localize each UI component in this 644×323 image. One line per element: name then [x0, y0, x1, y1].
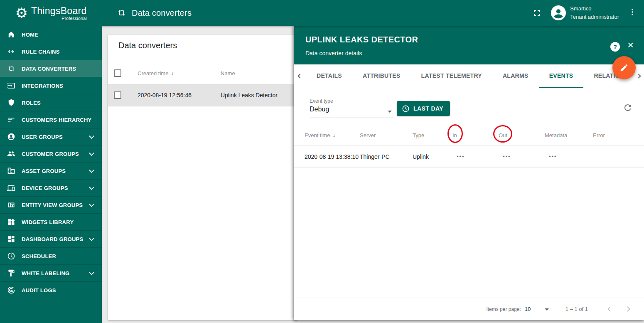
- time-window-button[interactable]: LAST DAY: [397, 101, 450, 116]
- sidebar-item-audit-logs[interactable]: AUDIT LOGS: [0, 281, 102, 298]
- sidebar-item-asset-groups[interactable]: ASSET GROUPS: [0, 162, 102, 179]
- column-label: Created time: [138, 70, 168, 76]
- sidebar-item-scheduler[interactable]: SCHEDULER: [0, 247, 102, 264]
- cell-event-time: 2020-08-19 13:38:10: [305, 153, 360, 160]
- sidebar-item-integrations[interactable]: INTEGRATIONS: [0, 77, 102, 94]
- sort-desc-icon: ↓: [332, 132, 335, 138]
- sidebar-item-label: INTEGRATIONS: [22, 83, 96, 89]
- chevron-down-icon: [89, 133, 94, 139]
- column-header-event-time[interactable]: Event time ↓: [305, 132, 360, 138]
- event-type-value: Debug: [310, 106, 329, 113]
- column-label: Event time: [305, 132, 330, 138]
- refresh-icon[interactable]: [623, 103, 633, 113]
- chevron-right-icon: [636, 74, 641, 78]
- tab-latest-telemetry[interactable]: LATEST TELEMETRY: [411, 64, 492, 88]
- data-converters-icon: [116, 8, 126, 18]
- divider: [108, 297, 297, 297]
- column-header-type: Type: [413, 132, 452, 138]
- event-type-select[interactable]: Debug: [310, 106, 393, 118]
- sidebar-item-label: AUDIT LOGS: [22, 287, 96, 293]
- more-vertical-icon[interactable]: [628, 7, 637, 18]
- previous-page-button[interactable]: [604, 303, 616, 316]
- sidebar-item-label: ROLES: [22, 100, 96, 106]
- items-per-page-label: Items per page:: [486, 306, 521, 312]
- sidebar-item-label: CUSTOMERS HIERARCHY: [22, 117, 96, 123]
- tab-label: ALARMS: [503, 72, 528, 79]
- close-icon[interactable]: ×: [627, 39, 634, 50]
- clock-icon: [402, 105, 410, 113]
- sidebar-item-label: SCHEDULER: [22, 253, 96, 259]
- sidebar-item-dashboard-groups[interactable]: DASHBOARD GROUPS: [0, 230, 102, 247]
- chevron-right-icon: [625, 306, 630, 312]
- items-per-page-value: 10: [525, 306, 531, 312]
- sidebar-item-widgets-library[interactable]: WIDGETS LIBRARY: [0, 213, 102, 230]
- data-converters-icon: [7, 64, 15, 73]
- entity-view-groups-icon: [7, 201, 15, 209]
- roles-icon: [7, 99, 15, 107]
- red-circle-annotation-in: [447, 124, 463, 143]
- fullscreen-icon[interactable]: [532, 8, 542, 18]
- tabs-scroll-left-button[interactable]: [294, 64, 306, 88]
- sidebar-item-roles[interactable]: ROLES: [0, 94, 102, 111]
- sidebar-item-user-groups[interactable]: USER GROUPS: [0, 128, 102, 145]
- sidebar-item-rule-chains[interactable]: RULE CHAINS: [0, 43, 102, 60]
- sidebar-item-data-converters[interactable]: DATA CONVERTERS: [0, 60, 102, 77]
- chevron-down-icon: [89, 270, 94, 275]
- data-converters-card: Data converters Created time ↓ Name 2020…: [108, 35, 297, 320]
- sidebar-item-label: DATA CONVERTERS: [22, 66, 96, 72]
- chevron-left-icon: [607, 306, 613, 312]
- sidebar: ⚙ ThingsBoard Professional HOME RULE CHA…: [0, 0, 102, 323]
- avatar[interactable]: [551, 5, 566, 20]
- cell-type: Uplink: [413, 153, 452, 160]
- dropdown-arrow-icon: [545, 308, 549, 311]
- edit-button[interactable]: [612, 56, 636, 79]
- sidebar-item-label: WIDGETS LIBRARY: [22, 219, 96, 225]
- page-title: Data converters: [132, 8, 192, 18]
- details-header: UPLINK LEAKS DETECTOR Data converter det…: [294, 26, 644, 64]
- top-toolbar: Data converters Smartico Tenant administ…: [102, 0, 644, 26]
- user-menu[interactable]: Smartico Tenant administrator: [570, 5, 619, 21]
- column-header-error: Error: [593, 132, 644, 138]
- cell-in-content-button[interactable]: •••: [452, 153, 499, 160]
- asset-groups-icon: [7, 167, 15, 175]
- tab-attributes[interactable]: ATTRIBUTES: [352, 64, 411, 88]
- chevron-down-icon: [89, 202, 94, 207]
- sidebar-item-customer-groups[interactable]: CUSTOMER GROUPS: [0, 145, 102, 162]
- sidebar-item-entity-view-groups[interactable]: ENTITY VIEW GROUPS: [0, 196, 102, 213]
- row-checkbox[interactable]: [114, 91, 121, 99]
- column-header-created-time[interactable]: Created time ↓: [138, 70, 221, 76]
- sidebar-item-home[interactable]: HOME: [0, 26, 102, 43]
- user-name: Smartico: [570, 5, 619, 13]
- user-groups-icon: [7, 133, 15, 141]
- tab-alarms[interactable]: ALARMS: [492, 64, 539, 88]
- red-circle-annotation-out: [493, 125, 512, 143]
- tab-label: DETAILS: [317, 72, 342, 79]
- column-header-name[interactable]: Name: [221, 70, 235, 76]
- brand-logo[interactable]: ⚙ ThingsBoard Professional: [0, 0, 102, 26]
- rule-chains-icon: [7, 47, 15, 56]
- sidebar-item-customers-hierarchy[interactable]: CUSTOMERS HIERARCHY: [0, 111, 102, 128]
- items-per-page-select[interactable]: 10: [525, 304, 551, 314]
- tab-events[interactable]: EVENTS: [539, 64, 584, 88]
- event-row: 2020-08-19 13:38:10 Thinger-PC Uplink ••…: [294, 146, 644, 168]
- time-window-label: LAST DAY: [413, 105, 443, 112]
- list-table-header: Created time ↓ Name: [108, 62, 297, 84]
- sidebar-item-white-labeling[interactable]: WHITE LABELING: [0, 264, 102, 281]
- select-all-checkbox[interactable]: [114, 69, 121, 77]
- table-row[interactable]: 2020-08-19 12:56:46 Uplink Leaks Detecto…: [108, 84, 297, 106]
- chevron-down-icon: [89, 168, 94, 173]
- tab-label: EVENTS: [549, 72, 573, 79]
- cell-out-content-button[interactable]: •••: [499, 153, 545, 160]
- sidebar-item-label: ASSET GROUPS: [22, 168, 90, 174]
- next-page-button[interactable]: [621, 303, 634, 316]
- sidebar-item-device-groups[interactable]: DEVICE GROUPS: [0, 179, 102, 196]
- sidebar-item-label: CUSTOMER GROUPS: [22, 151, 90, 157]
- customers-hierarchy-icon: [7, 116, 15, 124]
- brand-edition: Professional: [61, 16, 87, 21]
- cell-metadata-content-button[interactable]: •••: [545, 153, 593, 160]
- scheduler-icon: [7, 252, 15, 260]
- help-icon[interactable]: ?: [610, 42, 620, 52]
- tab-details[interactable]: DETAILS: [306, 64, 352, 88]
- column-label: Metadata: [545, 132, 567, 138]
- cell-name: Uplink Leaks Detector: [221, 92, 278, 99]
